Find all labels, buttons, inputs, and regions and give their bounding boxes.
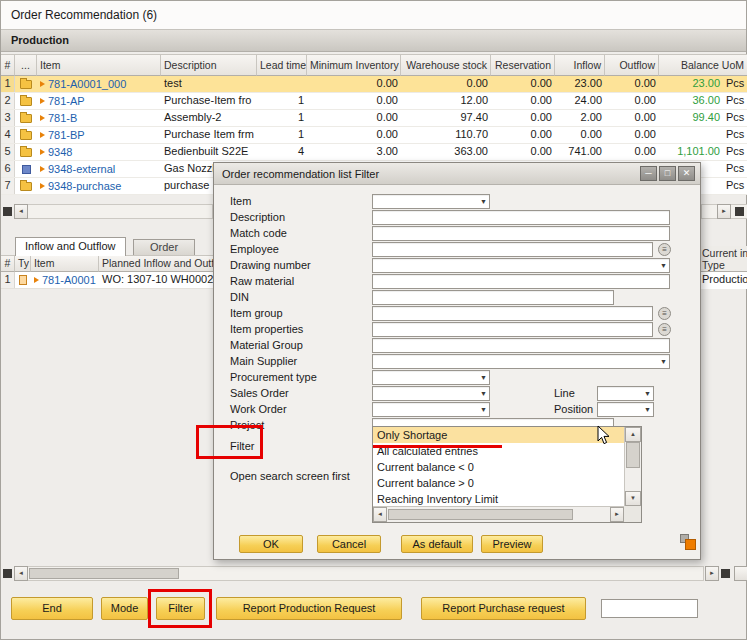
item-link[interactable]: 781-A0001_000 [37, 76, 161, 92]
selection-icon[interactable]: ≡ [658, 307, 671, 320]
scroll-right-icon[interactable]: ► [705, 566, 719, 581]
chevron-down-icon[interactable]: ▼ [480, 390, 487, 397]
scroll-left-icon[interactable]: ◄ [373, 507, 387, 522]
cancel-button[interactable]: Cancel [317, 535, 381, 553]
item-link[interactable]: 9348-purchase [37, 178, 161, 194]
end-button[interactable]: End [11, 597, 93, 620]
item-link[interactable]: 781-B [37, 110, 161, 126]
report-purchase-request-button[interactable]: Report Purchase request [421, 597, 586, 620]
combo-field[interactable]: ▼ [372, 386, 490, 401]
scroll-left-icon[interactable]: ◄ [14, 204, 28, 219]
ok-button[interactable]: OK [239, 535, 303, 553]
as-default-button[interactable]: As default [401, 535, 473, 553]
popup-hscrollbar[interactable]: ◄ ► [373, 506, 624, 522]
column-header[interactable]: Balance UoM [659, 54, 747, 76]
item-link[interactable]: 9348 [37, 144, 161, 160]
selection-icon[interactable]: ≡ [658, 323, 671, 336]
text-field[interactable] [372, 242, 653, 257]
dropdown-option[interactable]: Current balance < 0 [373, 459, 624, 475]
text-field[interactable] [372, 274, 670, 289]
table-row[interactable]: 2 781-AP Purchase-Item fro 1 0.00 12.00 … [1, 93, 747, 110]
position-combo[interactable]: ▼ [597, 402, 654, 417]
scroll-thumb[interactable] [388, 509, 573, 520]
report-production-request-button[interactable]: Report Production Request [216, 597, 402, 620]
combo-field[interactable]: ▼ [372, 194, 490, 209]
column-header[interactable]: Reservation [491, 54, 555, 76]
combo-field[interactable]: ▼ [372, 402, 490, 417]
scroll-right-icon[interactable]: ► [717, 204, 731, 219]
dropdown-option[interactable]: Current balance > 0 [373, 475, 624, 491]
item-link[interactable]: 9348-external [37, 161, 161, 177]
item-link[interactable]: 781-A0001 [31, 272, 99, 288]
splitter-handle[interactable] [3, 207, 12, 216]
dialog-titlebar[interactable]: Order recommendation list Filter [214, 163, 700, 185]
scroll-down-icon[interactable]: ▼ [625, 491, 641, 506]
table-row[interactable]: 4 781-BP Purchase Item frm 1 0.00 110.70… [1, 127, 747, 144]
combo-field[interactable]: ▼ [372, 354, 670, 369]
column-header[interactable]: Inflow [555, 54, 605, 76]
field-label: Main Supplier [230, 355, 297, 367]
column-header[interactable]: Description [161, 54, 257, 76]
splitter-handle[interactable] [721, 569, 730, 578]
chevron-down-icon[interactable]: ▼ [644, 390, 651, 397]
item-link[interactable]: 781-BP [37, 127, 161, 143]
table-row[interactable]: 5 9348 Bedienbuilt S22E 4 3.00 363.00 0.… [1, 144, 747, 161]
dialog-field-row: Procurement type▼ [214, 370, 700, 386]
column-header[interactable]: Item [37, 54, 161, 76]
dropdown-option[interactable]: Reaching Inventory Limit [373, 491, 624, 506]
splitter-handle[interactable] [3, 569, 12, 578]
minimize-icon[interactable]: ─ [640, 166, 657, 181]
chevron-down-icon[interactable]: ▼ [480, 406, 487, 413]
table-row[interactable]: 3 781-B Assembly-2 1 0.00 97.40 0.00 2.0… [1, 110, 747, 127]
dialog-resize-icon[interactable] [680, 534, 696, 550]
scroll-right-icon[interactable]: ► [610, 507, 624, 522]
chevron-down-icon[interactable]: ▼ [480, 374, 487, 381]
position-label: Position [554, 403, 593, 415]
tab-inflow-outflow[interactable]: Inflow and Outflow [15, 237, 126, 256]
text-field[interactable] [372, 322, 653, 337]
column-header[interactable]: Item [31, 255, 99, 272]
chevron-down-icon[interactable]: ▼ [660, 358, 667, 365]
scroll-thumb[interactable] [626, 442, 640, 468]
text-field[interactable] [372, 290, 614, 305]
selection-icon[interactable]: ≡ [658, 243, 671, 256]
table-hscroll-track[interactable] [14, 204, 213, 219]
column-header[interactable]: Ty [15, 255, 31, 272]
scroll-up-icon[interactable]: ▲ [625, 427, 641, 442]
column-header[interactable]: ... [15, 54, 37, 76]
popup-vscrollbar[interactable]: ▲ ▼ [624, 427, 641, 506]
mode-button[interactable]: Mode [101, 597, 148, 620]
description-cell: Purchase Item frm [161, 127, 257, 143]
column-header[interactable]: Minimum Inventory [307, 54, 401, 76]
dropdown-option[interactable]: Only Shortage [373, 427, 624, 443]
line-combo[interactable]: ▼ [597, 386, 654, 401]
item-link[interactable]: 781-AP [37, 93, 161, 109]
footer-input[interactable] [601, 599, 698, 618]
chevron-down-icon[interactable]: ▼ [480, 198, 487, 205]
reservation-cell: 0.00 [491, 110, 555, 126]
tab-order[interactable]: Order [133, 239, 195, 256]
uom-cell: Pcs [723, 110, 747, 126]
combo-field[interactable]: ▼ [372, 370, 490, 385]
resize-grip[interactable] [734, 566, 747, 581]
text-field[interactable] [372, 338, 670, 353]
splitter-handle[interactable] [735, 207, 744, 216]
preview-button[interactable]: Preview [481, 535, 543, 553]
column-header[interactable]: # [1, 54, 15, 76]
maximize-icon[interactable]: □ [659, 166, 676, 181]
text-field[interactable] [372, 306, 653, 321]
text-field[interactable] [372, 226, 670, 241]
column-header[interactable]: Outflow [605, 54, 659, 76]
chevron-down-icon[interactable]: ▼ [644, 406, 651, 413]
chevron-down-icon[interactable]: ▼ [660, 262, 667, 269]
scroll-left-icon[interactable]: ◄ [14, 566, 28, 581]
table-row[interactable]: 1 781-A0001_000 test 0.00 0.00 0.00 23.0… [1, 76, 747, 93]
column-header[interactable]: Warehouse stock [401, 54, 491, 76]
column-header[interactable]: # [1, 255, 15, 272]
close-icon[interactable]: ✕ [678, 166, 695, 181]
column-header[interactable]: Current in Type [699, 246, 747, 272]
column-header[interactable]: Lead time [257, 54, 307, 76]
scroll-thumb[interactable] [29, 568, 179, 579]
text-field[interactable] [372, 210, 670, 225]
combo-field[interactable]: ▼ [372, 258, 670, 273]
